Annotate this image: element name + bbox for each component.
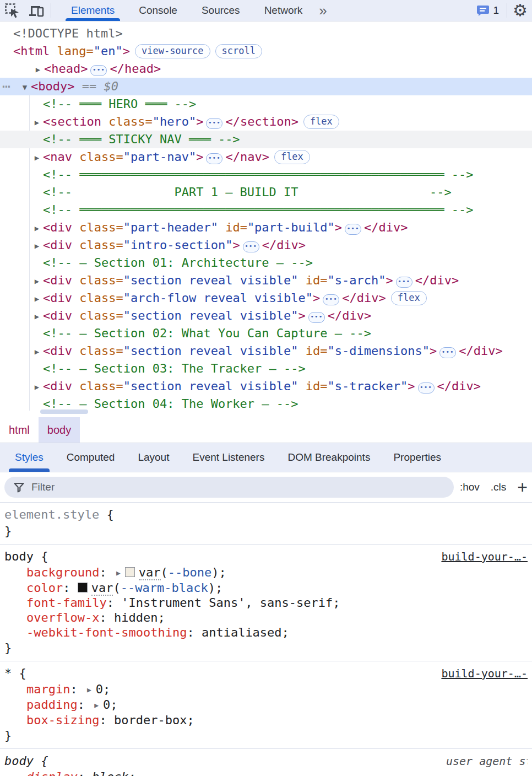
rule-selector[interactable]: element.style { bbox=[4, 506, 114, 523]
settings-gear-icon[interactable]: ⚙ bbox=[509, 0, 532, 21]
message-count[interactable]: 1 bbox=[493, 4, 500, 17]
toggle-classes-button[interactable]: .cls bbox=[491, 481, 507, 493]
toggle-hover-state-button[interactable]: :hov bbox=[460, 481, 480, 493]
property-value[interactable]: ( bbox=[113, 581, 120, 595]
dom-tree-row[interactable]: ▶<div class="section reveal visible" id=… bbox=[0, 272, 532, 289]
dom-tree-row[interactable]: ▶<head>•••</head> bbox=[0, 60, 532, 78]
property-name[interactable]: overflow-x bbox=[26, 611, 99, 624]
property-value[interactable]: ( bbox=[161, 565, 168, 579]
property-name[interactable]: padding bbox=[26, 698, 78, 712]
css-property[interactable]: background: ▶var(--bone); bbox=[4, 565, 528, 580]
dom-tree-row[interactable]: <!-- ═══════════════════════════════════… bbox=[0, 201, 532, 219]
badge-view-source[interactable]: view-source bbox=[135, 44, 210, 58]
dom-tree-row[interactable]: <!-- — Section 02: What You Can Capture … bbox=[0, 325, 532, 342]
tab-computed[interactable]: Computed bbox=[55, 443, 127, 472]
tab-elements[interactable]: Elements bbox=[59, 0, 127, 21]
more-tabs-icon[interactable]: » bbox=[314, 0, 331, 21]
css-property[interactable]: padding: ▶0; bbox=[4, 697, 528, 713]
dom-tree-row[interactable]: <!DOCTYPE html> bbox=[0, 25, 532, 42]
property-value[interactable]: border-box bbox=[114, 713, 187, 727]
property-value[interactable]: 0 bbox=[96, 682, 103, 696]
stylesheet-source-link[interactable]: build-your-…- bbox=[441, 548, 528, 565]
badge-flex[interactable]: flex bbox=[303, 115, 339, 129]
property-name[interactable]: font-family bbox=[26, 596, 107, 610]
property-name[interactable]: background bbox=[26, 565, 99, 579]
expand-ellipsis-button[interactable]: ••• bbox=[396, 277, 412, 288]
selector-text[interactable]: * bbox=[4, 666, 12, 680]
dom-tree-row[interactable]: ▶<div class="part-header" id="part-build… bbox=[0, 219, 532, 236]
css-property[interactable]: font-family: 'Instrument Sans', sans-ser… bbox=[4, 595, 528, 610]
css-property[interactable]: overflow-x: hidden; bbox=[4, 610, 528, 625]
expand-ellipsis-button[interactable]: ••• bbox=[90, 65, 107, 76]
tab-network[interactable]: Network bbox=[252, 0, 315, 21]
css-property[interactable]: margin: ▶0; bbox=[4, 682, 528, 697]
row-options-icon[interactable]: ⋯ bbox=[2, 78, 10, 95]
selector-text[interactable]: body bbox=[4, 549, 34, 563]
property-value[interactable]: block bbox=[92, 770, 128, 776]
inspect-element-icon[interactable] bbox=[0, 0, 24, 21]
dom-tree-row[interactable]: <!-- — Section 03: The Tracker — --> bbox=[0, 360, 532, 378]
expand-ellipsis-button[interactable]: ••• bbox=[243, 241, 259, 252]
property-value[interactable]: 0 bbox=[103, 698, 110, 712]
expand-ellipsis-button[interactable]: ••• bbox=[323, 294, 339, 305]
disclosure-triangle-down[interactable]: ▼ bbox=[19, 78, 31, 96]
css-property[interactable]: display: block; bbox=[4, 769, 528, 776]
property-value[interactable]: antialiased bbox=[202, 626, 282, 639]
tab-styles[interactable]: Styles bbox=[3, 443, 55, 472]
disclosure-triangle-right[interactable]: ▶ bbox=[31, 114, 43, 131]
dom-tree-row[interactable]: ▶<nav class="part-nav">•••</nav>flex bbox=[0, 148, 532, 166]
rule-selector[interactable]: * { bbox=[4, 665, 26, 682]
expand-ellipsis-button[interactable]: ••• bbox=[206, 118, 222, 129]
disclosure-triangle-right[interactable]: ▶ bbox=[31, 290, 43, 308]
dom-tree-row[interactable]: ▶<div class="arch-flow reveal visible">•… bbox=[0, 289, 532, 307]
tab-event-listeners[interactable]: Event Listeners bbox=[181, 443, 276, 472]
property-value[interactable]: ) bbox=[208, 581, 215, 595]
color-swatch[interactable] bbox=[125, 567, 135, 577]
selector-text[interactable]: element.style bbox=[4, 508, 99, 521]
color-swatch[interactable] bbox=[78, 583, 88, 592]
dom-tree-row[interactable]: <!-- PART 1 — BUILD IT --> bbox=[0, 184, 532, 201]
expand-shorthand-triangle[interactable]: ▶ bbox=[94, 701, 99, 709]
dom-tree-row[interactable]: <!-- ═══ HERO ═══ --> bbox=[0, 95, 532, 113]
css-property[interactable]: -webkit-font-smoothing: antialiased; bbox=[4, 625, 528, 640]
dom-tree-row[interactable]: <html lang="en">view-sourcescroll bbox=[0, 42, 532, 60]
tab-sources[interactable]: Sources bbox=[189, 0, 252, 21]
disclosure-triangle-right[interactable]: ▶ bbox=[31, 272, 43, 290]
rule-selector[interactable]: body { bbox=[4, 753, 48, 769]
badge-flex[interactable]: flex bbox=[391, 291, 427, 305]
rule-selector[interactable]: body { bbox=[4, 548, 48, 565]
expand-ellipsis-button[interactable]: ••• bbox=[418, 382, 435, 394]
filter-input[interactable]: Filter bbox=[4, 477, 454, 498]
issues-message-icon[interactable] bbox=[475, 0, 491, 21]
disclosure-triangle-right[interactable]: ▶ bbox=[31, 343, 43, 360]
disclosure-triangle-right[interactable]: ▶ bbox=[31, 308, 43, 325]
property-value[interactable]: ) bbox=[211, 565, 219, 579]
dom-tree-row[interactable]: ▶<section class="hero">•••</section>flex bbox=[0, 113, 532, 131]
device-toolbar-icon[interactable] bbox=[24, 0, 48, 21]
breadcrumb-item-html[interactable]: html bbox=[0, 417, 39, 443]
stylesheet-source-link[interactable]: build-your-…- bbox=[441, 665, 528, 682]
disclosure-triangle-right[interactable]: ▶ bbox=[31, 219, 43, 237]
expand-ellipsis-button[interactable]: ••• bbox=[206, 153, 222, 164]
expand-shorthand-triangle[interactable]: ▶ bbox=[87, 686, 91, 694]
tab-dom-breakpoints[interactable]: DOM Breakpoints bbox=[276, 443, 382, 472]
dom-tree-row[interactable]: ▶<div class="section reveal visible">•••… bbox=[0, 307, 532, 325]
expand-ellipsis-button[interactable]: ••• bbox=[308, 312, 325, 323]
css-property[interactable]: box-sizing: border-box; bbox=[4, 713, 528, 728]
expand-ellipsis-button[interactable]: ••• bbox=[439, 347, 456, 358]
dom-tree-row[interactable]: ▶<div class="intro-section">•••</div> bbox=[0, 236, 532, 254]
dom-tree-row[interactable]: <!-- ═══ STICKY NAV ═══ --> bbox=[0, 131, 532, 148]
property-value[interactable]: hidden bbox=[114, 611, 158, 624]
disclosure-triangle-right[interactable]: ▶ bbox=[32, 61, 44, 78]
dom-tree-row[interactable]: <!-- — Section 04: The Worker — --> bbox=[0, 395, 532, 413]
disclosure-triangle-right[interactable]: ▶ bbox=[31, 149, 43, 166]
badge-scroll[interactable]: scroll bbox=[215, 44, 262, 58]
property-name[interactable]: -webkit-font-smoothing bbox=[26, 626, 187, 639]
selector-text[interactable]: body bbox=[4, 754, 34, 768]
property-name[interactable]: margin bbox=[26, 682, 70, 696]
property-name[interactable]: display bbox=[26, 770, 78, 776]
property-name[interactable]: color bbox=[26, 581, 63, 595]
tab-layout[interactable]: Layout bbox=[126, 443, 181, 472]
disclosure-triangle-right[interactable]: ▶ bbox=[31, 378, 43, 396]
dom-tree-row[interactable]: ▶<div class="section reveal visible" id=… bbox=[0, 378, 532, 395]
